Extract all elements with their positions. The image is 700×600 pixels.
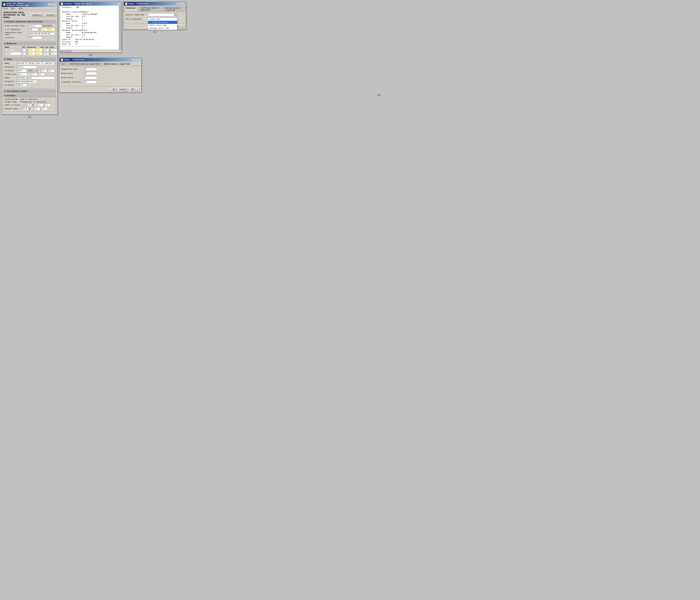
kpi-option-total-duration[interactable]: ✓ Total Duration <box>148 21 177 24</box>
tab-simulator[interactable]: Simulator <box>124 6 138 11</box>
instances-max-input[interactable] <box>48 28 55 31</box>
pop-size-row: Population Size <box>61 68 140 71</box>
gateway-row2-max[interactable] <box>41 107 47 110</box>
prefs-d-maximize[interactable]: □ <box>135 59 138 61</box>
res1-cost-checkbox[interactable] <box>50 49 50 51</box>
res1-checkbox[interactable]: ✓ <box>26 49 28 51</box>
prefs-d-title-bar: ■ IBimp - Preferences _ □ ✕ <box>59 58 141 61</box>
task1-cost-checkbox[interactable] <box>28 73 30 75</box>
elite-count-input[interactable] <box>84 76 97 79</box>
simulation-specs-header[interactable]: ▼ Process Simulation Specifications <box>3 20 56 23</box>
task2-resource-input[interactable] <box>17 80 37 83</box>
crossover-input[interactable] <box>84 80 97 83</box>
console-hscrollbar[interactable]: ◀ ▶ <box>59 50 122 52</box>
res2-cost-checkbox[interactable] <box>50 53 50 55</box>
task1-duration-checkbox[interactable] <box>38 70 40 72</box>
res2-num-input[interactable] <box>22 52 26 55</box>
task1-duration-input[interactable] <box>17 69 27 72</box>
res2-max-input[interactable] <box>36 52 42 55</box>
currency-input[interactable] <box>28 36 42 39</box>
task1-cost-input[interactable] <box>18 73 27 76</box>
res1-name-input[interactable] <box>5 49 21 52</box>
inter-arrival-input[interactable] <box>28 24 42 27</box>
resources-header[interactable]: ▼ Resources <box>3 42 56 45</box>
generations-input[interactable] <box>84 72 97 75</box>
tab-matlab[interactable]: Matlab Genetic Algorithm <box>163 6 185 11</box>
console-button[interactable]: Console <box>45 13 56 17</box>
tasks-header[interactable]: ▼ Tasks <box>3 58 56 61</box>
instances-min-input[interactable] <box>41 28 48 31</box>
tab-sheffield[interactable]: Sheffield Genetic Algorithm <box>138 6 163 11</box>
gateway-row2-input[interactable] <box>22 107 28 110</box>
gateways-header[interactable]: ▼ Gateways <box>3 94 56 97</box>
instances-checkbox[interactable]: ✓ <box>39 28 40 31</box>
task1-cost-max-input[interactable] <box>38 73 45 76</box>
kpi-option-avg-cycle-time[interactable]: Average Cycle Time <box>148 27 177 30</box>
prefs-d-cancel-button[interactable]: Cancel <box>118 87 128 91</box>
start-time-input[interactable] <box>29 32 54 35</box>
task2-name-input[interactable] <box>17 76 54 79</box>
intermediate-events-header[interactable]: ▶ Intermediate Events <box>3 89 56 93</box>
res2-cost-input[interactable] <box>43 52 49 55</box>
gateways-panel: ▼ Gateways exclusiveXOR Mode of delivery… <box>3 94 56 112</box>
tab-d-matlab[interactable]: Matlab Genetic Algorithm <box>101 62 132 66</box>
kpi-option-total-cost[interactable]: Total Cost <box>148 18 177 21</box>
simulate-button[interactable]: Simulate <box>30 13 43 17</box>
kpi-option-cycle-time[interactable]: Total Cycle Time <box>148 24 177 27</box>
task1-cost-min-input[interactable] <box>31 73 38 76</box>
res1-min-input[interactable] <box>28 49 35 52</box>
scroll-right-btn[interactable]: ▶ <box>69 50 72 52</box>
task1-resource-input[interactable] <box>17 66 37 69</box>
scroll-thumb[interactable] <box>119 8 121 47</box>
prefs-d-minimize[interactable]: _ <box>132 59 134 61</box>
res2-min-input[interactable] <box>28 52 35 55</box>
prefs-d-close[interactable]: ✕ <box>138 59 140 61</box>
gateway-row1-checkbox[interactable] <box>34 104 36 106</box>
res2-cost-min-input[interactable] <box>51 52 57 55</box>
scroll-down-btn[interactable]: ▼ <box>119 47 121 50</box>
gateway-row1-min[interactable] <box>37 104 43 107</box>
task1-duration-row: Duration: seco... <box>5 69 54 72</box>
task1-max-input[interactable] <box>48 69 54 72</box>
res1-num-input[interactable] <box>22 49 26 52</box>
gateway-row1-max[interactable] <box>44 104 51 107</box>
pop-size-label: Population Size <box>61 68 83 70</box>
prefs-d-ok-button[interactable]: OK <box>111 87 117 91</box>
task1-name-input[interactable] <box>17 62 54 65</box>
prefs-c-maximize[interactable]: □ <box>179 3 182 5</box>
gateway-row1-input[interactable] <box>25 104 32 107</box>
gateway-row2-min[interactable] <box>33 107 40 110</box>
scroll-left-btn[interactable]: ◀ <box>59 50 62 52</box>
menu-file[interactable]: File <box>3 7 8 9</box>
tab-d-simulator[interactable]: tor <box>59 62 67 66</box>
gateway-row1-unit: % <box>32 104 33 106</box>
scroll-up-btn[interactable]: ▲ <box>119 6 121 8</box>
res1-cost-input[interactable] <box>43 49 49 52</box>
ga-dropdown-btn[interactable]: ▼ <box>174 13 177 16</box>
time-unit-dropdown[interactable]: seconds <box>42 24 52 27</box>
ga-dropdown[interactable] <box>148 13 174 16</box>
res1-max-input[interactable] <box>36 49 42 52</box>
instances-input[interactable] <box>28 28 39 31</box>
gateway-row2-checkbox[interactable] <box>31 108 33 110</box>
console-close[interactable]: ✕ <box>118 3 121 5</box>
minimize-button[interactable]: _ <box>48 3 50 6</box>
prefs-d-def-button[interactable]: Def... <box>129 87 140 91</box>
hscroll-thumb[interactable] <box>62 50 69 52</box>
close-button[interactable]: ✕ <box>54 3 56 6</box>
task2-duration-input[interactable] <box>17 84 27 87</box>
menu-edit[interactable]: Edit <box>10 7 16 9</box>
task1-unit-dropdown[interactable]: seco... <box>27 69 38 72</box>
pop-size-input[interactable] <box>84 68 97 71</box>
prefs-c-minimize[interactable]: _ <box>176 3 179 5</box>
gateway-row2: Request quot... % <box>5 107 54 110</box>
res2-checkbox[interactable]: ✓ <box>26 53 28 55</box>
tab-d-sheffield[interactable]: Sheffield Genetic Algorithm <box>68 62 101 66</box>
maximize-button[interactable]: □ <box>51 3 53 6</box>
task1-min-input[interactable] <box>41 69 47 72</box>
console-scrollbar[interactable]: ▲ ▼ <box>119 6 122 50</box>
menu-help[interactable]: Help <box>18 7 24 9</box>
res1-cost-min-input[interactable] <box>51 49 57 52</box>
res2-name-input[interactable] <box>5 52 21 55</box>
prefs-c-close[interactable]: ✕ <box>182 3 185 5</box>
